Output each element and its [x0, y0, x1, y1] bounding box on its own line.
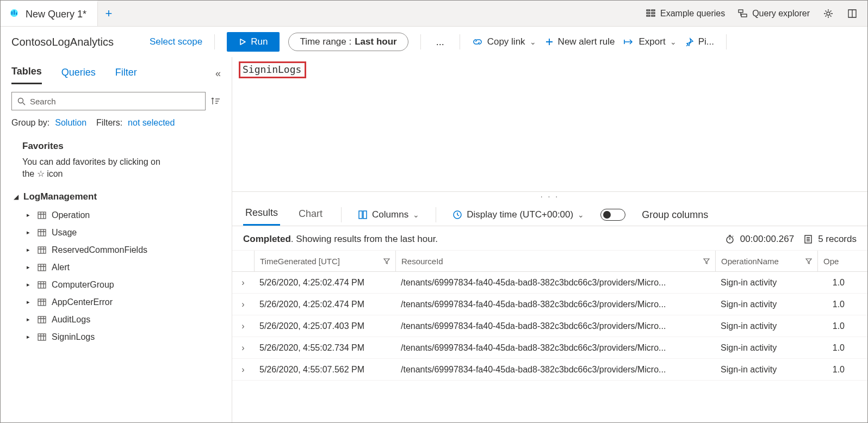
svg-rect-4 [647, 10, 650, 11]
caret-right-icon: ▸ [27, 246, 32, 253]
results-tab[interactable]: Results [243, 204, 280, 226]
caret-right-icon: ▸ [27, 316, 32, 323]
status-text: Completed. Showing results from the last… [243, 234, 715, 245]
settings-button[interactable] [823, 8, 834, 19]
new-tab-button[interactable]: + [98, 7, 120, 21]
schema-tree: ◢ LogManagement ▸Operation▸Usage▸Reserve… [1, 187, 232, 346]
svg-rect-8 [652, 13, 655, 14]
expand-button[interactable]: › [232, 317, 254, 335]
time-range-label: Time range : [300, 36, 351, 47]
export-icon [623, 38, 634, 46]
col-operationname[interactable]: OperationName [715, 251, 817, 271]
sidebar-tab-queries[interactable]: Queries [61, 64, 96, 84]
display-time-button[interactable]: Display time (UTC+00:00) ⌄ [452, 209, 584, 220]
records-icon [804, 234, 813, 244]
tree-item[interactable]: ▸SigninLogs [27, 328, 221, 346]
svg-rect-19 [38, 299, 46, 306]
sidebar-tabs: Tables Queries Filter « [1, 63, 232, 84]
filters-label: Filters: [96, 118, 122, 128]
new-alert-button[interactable]: New alert rule [545, 36, 615, 47]
tree-item[interactable]: ▸ComputerGroup [27, 276, 221, 294]
chevron-down-icon: ⌄ [578, 210, 584, 219]
export-button[interactable]: Export ⌄ [623, 36, 676, 47]
select-scope-link[interactable]: Select scope [150, 36, 202, 47]
table-row[interactable]: ›5/26/2020, 4:25:07.403 PM/tenants/69997… [232, 315, 867, 337]
caret-right-icon: ▸ [27, 264, 32, 271]
split-handle[interactable]: · · · [232, 192, 867, 201]
app-root: New Query 1* + Example queries Query exp… [0, 0, 868, 423]
query-editor[interactable]: SigninLogs [232, 57, 867, 192]
plus-icon [545, 38, 554, 46]
tab-bar: New Query 1* + Example queries Query exp… [1, 1, 867, 27]
link-icon [472, 38, 483, 46]
pin-button[interactable]: Pi... [685, 36, 714, 47]
collapse-sidebar-button[interactable]: « [215, 68, 221, 79]
tree-item[interactable]: ▸ReservedCommonFields [27, 241, 221, 259]
expand-button[interactable]: › [232, 360, 254, 379]
col-other-label: Ope [823, 257, 839, 266]
tree-item[interactable]: ▸Alert [27, 259, 221, 276]
chevron-down-icon: ⌄ [530, 38, 536, 46]
tree-node-logmanagement[interactable]: ◢ LogManagement [11, 187, 221, 207]
sidebar-search-row: Search [1, 84, 232, 116]
favorites-header: Favorites [1, 130, 232, 154]
tab-new-query[interactable]: New Query 1* [1, 1, 98, 26]
group-columns-toggle[interactable] [600, 209, 625, 221]
tree-item[interactable]: ▸Operation [27, 207, 221, 224]
command-bar: ContosoLogAnalytics Select scope Run Tim… [1, 27, 867, 57]
expand-button[interactable]: › [232, 339, 254, 357]
run-button[interactable]: Run [227, 32, 280, 52]
svg-rect-17 [38, 264, 46, 271]
table-row[interactable]: ›5/26/2020, 4:25:02.474 PM/tenants/69997… [232, 272, 867, 294]
groupby-value[interactable]: Solution [55, 118, 86, 128]
col-other[interactable]: Ope [817, 251, 850, 271]
filter-icon[interactable] [805, 258, 812, 264]
table-row[interactable]: ›5/26/2020, 4:55:02.734 PM/tenants/69997… [232, 337, 867, 359]
col-resourceid[interactable]: ResourceId [395, 251, 715, 271]
tree-item[interactable]: ▸AuditLogs [27, 311, 221, 328]
svg-rect-5 [647, 13, 650, 14]
grid-body: ›5/26/2020, 4:25:02.474 PM/tenants/69997… [232, 272, 867, 381]
table-row[interactable]: ›5/26/2020, 4:25:02.474 PM/tenants/69997… [232, 294, 867, 315]
example-queries-button[interactable]: Example queries [646, 9, 725, 18]
favorites-desc-line1: You can add favorites by clicking on [22, 157, 160, 166]
time-range-picker[interactable]: Time range : Last hour [288, 33, 408, 51]
pin-label: Pi... [698, 36, 714, 47]
sidebar-tab-filter[interactable]: Filter [115, 64, 137, 84]
expand-button[interactable]: › [232, 273, 254, 292]
svg-rect-15 [38, 229, 46, 236]
separator [341, 207, 342, 222]
more-button[interactable]: ... [433, 36, 448, 48]
query-text: SigninLogs [239, 61, 306, 78]
cell-version: 1.0 [817, 360, 850, 379]
expand-button[interactable]: › [232, 295, 254, 314]
sidebar: Tables Queries Filter « Search Group by: [1, 57, 232, 422]
cell-time: 5/26/2020, 4:25:02.474 PM [254, 295, 395, 314]
favorites-desc-line2: the ☆ icon [22, 169, 63, 178]
play-icon [239, 38, 246, 46]
chart-tab[interactable]: Chart [296, 205, 325, 225]
run-label: Run [251, 36, 268, 47]
display-time-label: Display time (UTC+00:00) [467, 209, 573, 220]
query-explorer-button[interactable]: Query explorer [738, 9, 810, 18]
sort-button[interactable] [211, 96, 221, 106]
columns-button[interactable]: Columns ⌄ [358, 209, 419, 220]
table-icon [38, 229, 46, 237]
docs-panel-button[interactable] [847, 8, 858, 19]
tree-item[interactable]: ▸Usage [27, 224, 221, 241]
chevron-right-icon: › [241, 365, 244, 374]
filters-value[interactable]: not selected [128, 118, 175, 128]
cell-time: 5/26/2020, 4:55:07.562 PM [254, 360, 395, 379]
filter-icon[interactable] [703, 258, 710, 264]
tree-item-label: AppCenterError [52, 297, 113, 307]
tree-item[interactable]: ▸AppCenterError [27, 294, 221, 311]
caret-right-icon: ▸ [27, 298, 32, 306]
table-row[interactable]: ›5/26/2020, 4:55:07.562 PM/tenants/69997… [232, 359, 867, 381]
col-timegenerated[interactable]: TimeGenerated [UTC] [254, 251, 395, 271]
filter-icon[interactable] [383, 258, 390, 264]
search-input[interactable]: Search [11, 92, 206, 110]
sidebar-filter-row: Group by: Solution Filters: not selected [1, 116, 232, 130]
copy-link-button[interactable]: Copy link ⌄ [472, 36, 536, 47]
log-analytics-icon [8, 8, 20, 20]
sidebar-tab-tables[interactable]: Tables [11, 63, 42, 84]
